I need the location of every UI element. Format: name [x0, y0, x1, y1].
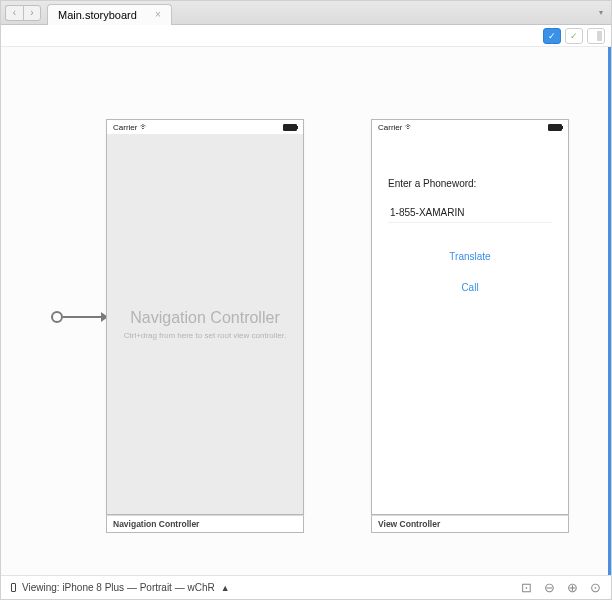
- toolbar: ✓ ✓: [1, 25, 611, 47]
- toggle-pane-button[interactable]: [587, 28, 605, 44]
- phone-icon: [11, 583, 16, 592]
- tab-title: Main.storyboard: [58, 9, 137, 21]
- phoneword-textfield[interactable]: 1-855-XAMARIN: [388, 203, 552, 223]
- scene-label[interactable]: View Controller: [371, 515, 569, 533]
- battery-icon: [283, 124, 297, 131]
- wifi-icon: ᯤ: [405, 122, 414, 132]
- device-frame: Carrier ᯤ Navigation Controller Ctrl+dra…: [106, 119, 304, 515]
- zoom-out-button[interactable]: ⊖: [544, 580, 555, 595]
- entry-line: [63, 316, 101, 318]
- viewing-label[interactable]: Viewing: iPhone 8 Plus — Portrait — wChR: [22, 582, 215, 593]
- carrier-label: Carrier ᯤ: [378, 122, 414, 132]
- nav-buttons: ‹ ›: [5, 5, 41, 21]
- close-icon[interactable]: ×: [155, 9, 161, 20]
- forward-button[interactable]: ›: [23, 5, 41, 21]
- status-bar: Carrier ᯤ: [372, 120, 568, 134]
- navigation-controller-title: Navigation Controller: [130, 309, 279, 327]
- scene-label[interactable]: Navigation Controller: [106, 515, 304, 533]
- chevron-down-icon[interactable]: ▾: [595, 8, 607, 17]
- navigation-controller-scene[interactable]: Carrier ᯤ Navigation Controller Ctrl+dra…: [106, 119, 304, 533]
- zoom-in-button[interactable]: ⊙: [590, 580, 601, 595]
- navigation-controller-hint: Ctrl+drag from here to set root view con…: [124, 331, 287, 340]
- phoneword-prompt-label: Enter a Phoneword:: [388, 178, 552, 189]
- entry-point-arrow[interactable]: [51, 311, 108, 323]
- frames-mode-button[interactable]: ✓: [565, 28, 583, 44]
- battery-icon: [548, 124, 562, 131]
- wifi-icon: ᯤ: [140, 122, 149, 132]
- warning-icon[interactable]: ▲: [221, 583, 230, 593]
- view-controller-scene[interactable]: Carrier ᯤ Enter a Phoneword: 1-855-XAMAR…: [371, 119, 569, 533]
- back-button[interactable]: ‹: [5, 5, 23, 21]
- navigation-controller-body: Navigation Controller Ctrl+drag from her…: [107, 134, 303, 514]
- status-bar: Carrier ᯤ: [107, 120, 303, 134]
- device-frame: Carrier ᯤ Enter a Phoneword: 1-855-XAMAR…: [371, 119, 569, 515]
- entry-dot-icon: [51, 311, 63, 323]
- selection-edge: [608, 47, 611, 575]
- zoom-fit-button[interactable]: ⊡: [521, 580, 532, 595]
- view-controller-body: Enter a Phoneword: 1-855-XAMARIN Transla…: [372, 134, 568, 514]
- call-button[interactable]: Call: [388, 282, 552, 293]
- title-bar: ‹ › Main.storyboard × ▾: [1, 1, 611, 25]
- storyboard-canvas[interactable]: Carrier ᯤ Navigation Controller Ctrl+dra…: [1, 47, 611, 575]
- zoom-actual-button[interactable]: ⊕: [567, 580, 578, 595]
- carrier-label: Carrier ᯤ: [113, 122, 149, 132]
- translate-button[interactable]: Translate: [388, 251, 552, 262]
- bottom-status-bar: Viewing: iPhone 8 Plus — Portrait — wChR…: [1, 575, 611, 599]
- zoom-controls: ⊡ ⊖ ⊕ ⊙: [521, 580, 601, 595]
- document-tab[interactable]: Main.storyboard ×: [47, 4, 172, 25]
- constraints-mode-button[interactable]: ✓: [543, 28, 561, 44]
